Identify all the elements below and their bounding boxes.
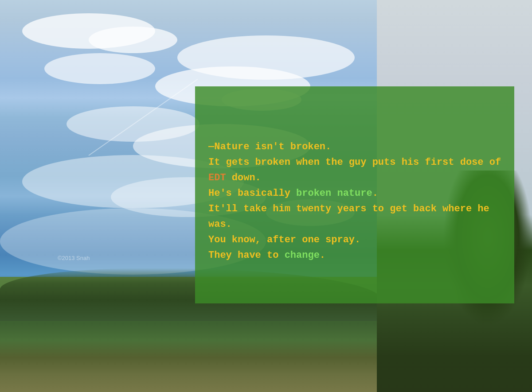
quote-edt: EDT [208, 172, 226, 183]
quote-line-3-part2: down. [226, 172, 261, 183]
quote-line-5-text: It'll take him twenty years to get back … [208, 203, 489, 214]
text-overlay-box: —Nature isn't broken. It gets broken whe… [195, 86, 514, 303]
quote-line-2: It gets broken when the guy puts his fir… [208, 155, 505, 170]
quote-line-8-part1: They have to [208, 250, 285, 261]
quote-line-3: EDT down. [208, 171, 505, 185]
quote-line-4: He's basically broken nature. [208, 186, 505, 201]
cloud-4 [44, 53, 155, 84]
text-content-area: —Nature isn't broken. It gets broken whe… [208, 140, 505, 264]
quote-line-6: was. [208, 217, 505, 232]
quote-change: change [285, 250, 320, 261]
cloud-2 [89, 27, 177, 53]
quote-line-8: They have to change. [208, 248, 505, 263]
quote-broken-nature: broken nature [296, 188, 372, 199]
quote-line-4-part1: He's basically [208, 188, 296, 199]
watermark: ©2013 Snah [58, 255, 90, 261]
quote-line-5: It'll take him twenty years to get back … [208, 202, 505, 216]
quote-line-2-part1: It gets broken when the guy puts his fir… [208, 157, 489, 168]
quote-line-7: You know, after one spray. [208, 233, 505, 247]
quote-line-4-part2: . [372, 188, 378, 199]
quote-line-1: —Nature isn't broken. [208, 140, 505, 154]
quote-line-8-part2: . [320, 250, 325, 261]
quote-line-2-word: of [489, 157, 501, 168]
quote-line-6-text: was. [208, 219, 232, 230]
quote-line-1-text: —Nature isn't broken. [208, 141, 331, 152]
quote-line-7-text: You know, after one spray. [208, 234, 360, 245]
